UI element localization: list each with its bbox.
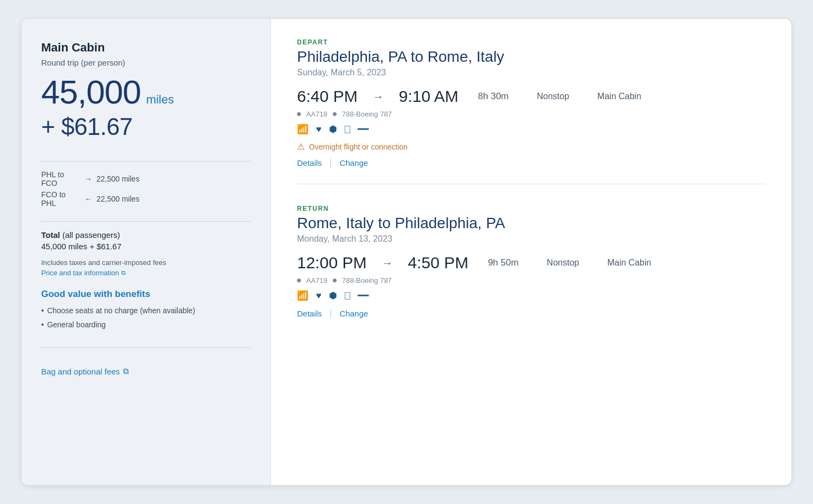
return-date: Monday, March 13, 2023 (297, 234, 765, 244)
depart-actions: Details | Change (297, 157, 765, 169)
depart-details-link[interactable]: Details (297, 158, 322, 167)
total-bold: Total (41, 230, 60, 240)
total-value: 45,000 miles + $61.67 (41, 242, 251, 251)
route-arrow-1: → (85, 175, 92, 183)
cash-row: + $61.67 (41, 113, 251, 140)
depart-dot-1 (297, 112, 301, 116)
depart-route: Philadelphia, PA to Rome, Italy (297, 48, 765, 66)
return-time-row: 12:00 PM → 4:50 PM 9h 50m Nonstop Main C… (297, 254, 765, 272)
depart-action-sep: | (330, 157, 332, 169)
miles-number: 45,000 (41, 73, 141, 111)
depart-meta: AA718 788-Boeing 787 (297, 110, 765, 118)
return-time: 12:00 PM (297, 254, 366, 272)
depart-change-link[interactable]: Change (340, 158, 369, 167)
cash-prefix: + $ (41, 113, 74, 140)
divider-2 (41, 221, 251, 222)
benefits-list: Choose seats at no charge (when availabl… (41, 306, 251, 334)
return-arrive-time: 4:50 PM (408, 254, 468, 272)
overnight-warning: ⚠ Overnight flight or connection (297, 141, 765, 152)
return-change-link[interactable]: Change (340, 309, 369, 318)
tax-link-text: Price and tax information (41, 269, 119, 277)
return-details-link[interactable]: Details (297, 309, 322, 318)
depart-dot-2 (333, 112, 337, 116)
depart-aircraft: 788-Boeing 787 (342, 110, 392, 118)
sidebar: Main Cabin Round trip (per person) 45,00… (22, 19, 271, 485)
external-link-icon: ⧉ (121, 269, 126, 276)
route-row-2: FCO to PHL ← 22,500 miles (41, 190, 251, 208)
depart-time-row: 6:40 PM → 9:10 AM 8h 30m Nonstop Main Ca… (297, 87, 765, 106)
usb-icon: ⬢ (329, 124, 337, 135)
trip-type: Round trip (per person) (41, 58, 251, 67)
return-entertainment-icon: ⎕ (345, 290, 350, 301)
return-duration: 9h 50m (488, 257, 519, 268)
bag-fees-text: Bag and optional fees (41, 367, 120, 376)
depart-flight-number: AA718 (306, 110, 327, 118)
main-card: Main Cabin Round trip (per person) 45,00… (22, 19, 791, 485)
return-actions: Details | Change (297, 308, 765, 319)
depart-duration: 8h 30m (478, 91, 509, 102)
route-miles-2: 22,500 miles (96, 195, 139, 203)
wifi-icon: 📶 (297, 124, 308, 135)
benefit-item-2: General boarding (41, 320, 251, 329)
return-aircraft: 788-Boeing 787 (342, 276, 392, 285)
route-table: PHL to FCO → 22,500 miles FCO to PHL ← 2… (41, 170, 251, 210)
depart-date: Sunday, March 5, 2023 (297, 68, 765, 77)
benefit-item-1: Choose seats at no charge (when availabl… (41, 306, 251, 315)
bag-external-icon: ⧉ (123, 366, 129, 376)
route-arrow-2: ← (85, 195, 92, 203)
route-from-2: FCO to PHL (41, 190, 80, 208)
depart-nonstop: Nonstop (537, 92, 570, 101)
depart-arrow: → (373, 91, 384, 103)
return-action-sep: | (330, 308, 332, 319)
return-flight-number: AA719 (306, 276, 327, 285)
depart-time: 6:40 PM (297, 87, 358, 106)
return-meta: AA719 788-Boeing 787 (297, 276, 765, 285)
miles-row: 45,000 miles (41, 73, 251, 111)
return-usb-icon: ⬢ (329, 290, 337, 301)
warning-icon: ⚠ (297, 141, 305, 152)
return-seat-icon: ━━ (358, 290, 369, 301)
return-dot-2 (333, 279, 337, 282)
route-row-1: PHL to FCO → 22,500 miles (41, 170, 251, 188)
cash-amount: 61.67 (74, 113, 133, 140)
total-label: Total (all passengers) (41, 230, 251, 240)
main-content: DEPART Philadelphia, PA to Rome, Italy S… (271, 19, 791, 485)
tax-link[interactable]: Price and tax information ⧉ (41, 269, 251, 277)
bag-fees-link[interactable]: Bag and optional fees ⧉ (41, 366, 251, 376)
return-route: Rome, Italy to Philadelphia, PA (297, 215, 765, 232)
divider-1 (41, 161, 251, 161)
depart-tag: DEPART (297, 38, 765, 46)
return-dot-1 (297, 279, 301, 282)
miles-label: miles (146, 93, 174, 107)
total-paren: (all passengers) (62, 230, 120, 240)
depart-amenities: 📶 ♥ ⬢ ⎕ ━━ (297, 124, 765, 135)
entertainment-icon: ⎕ (345, 124, 350, 135)
divider-3 (41, 347, 251, 348)
depart-section: DEPART Philadelphia, PA to Rome, Italy S… (297, 38, 765, 184)
cabin-type: Main Cabin (41, 41, 251, 55)
tax-note: Includes taxes and carrier-imposed fees (41, 259, 251, 267)
return-arrow: → (382, 257, 392, 269)
return-section: RETURN Rome, Italy to Philadelphia, PA M… (297, 190, 765, 334)
route-from-1: PHL to FCO (41, 170, 80, 188)
return-amenities: 📶 ♥ ⬢ ⎕ ━━ (297, 290, 765, 301)
seat-icon: ━━ (358, 124, 369, 135)
depart-cabin: Main Cabin (597, 92, 641, 101)
depart-arrive-time: 9:10 AM (399, 87, 459, 106)
return-wifi-icon: 📶 (297, 290, 308, 301)
benefits-title: Good value with benefits (41, 289, 251, 300)
return-nonstop: Nonstop (547, 258, 579, 268)
return-tag: RETURN (297, 205, 765, 212)
overnight-text: Overnight flight or connection (309, 143, 408, 151)
return-cabin: Main Cabin (607, 258, 651, 268)
route-miles-1: 22,500 miles (96, 175, 139, 183)
meal-icon: ♥ (316, 124, 321, 135)
return-meal-icon: ♥ (316, 290, 321, 301)
